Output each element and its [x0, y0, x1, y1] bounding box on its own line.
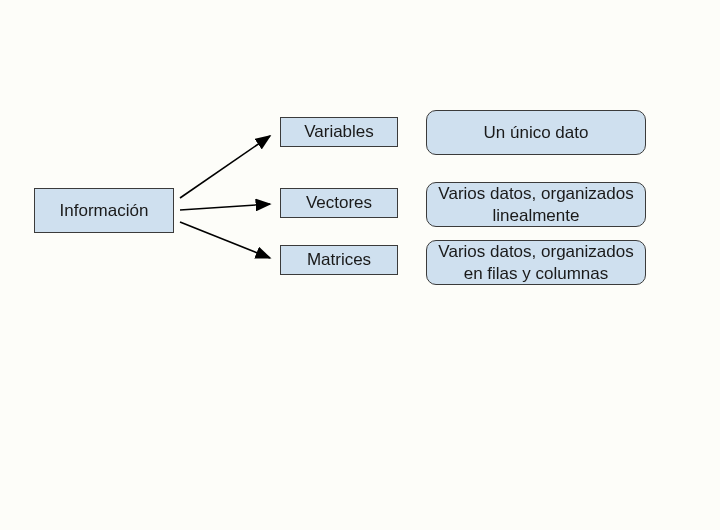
type-node-variables: Variables: [280, 117, 398, 147]
desc-text-variables: Un único dato: [484, 122, 589, 143]
root-node-informacion: Información: [34, 188, 174, 233]
desc-text-vectores: Varios datos, organizados linealmente: [433, 183, 639, 226]
arrow-to-variables: [180, 136, 270, 198]
root-label: Información: [60, 200, 149, 221]
arrow-to-matrices: [180, 222, 270, 258]
arrow-to-vectores: [180, 204, 270, 210]
type-label-vectores: Vectores: [306, 192, 372, 213]
type-label-variables: Variables: [304, 121, 374, 142]
desc-text-matrices: Varios datos, organizados en filas y col…: [433, 241, 639, 284]
desc-node-vectores: Varios datos, organizados linealmente: [426, 182, 646, 227]
type-node-vectores: Vectores: [280, 188, 398, 218]
desc-node-matrices: Varios datos, organizados en filas y col…: [426, 240, 646, 285]
desc-node-variables: Un único dato: [426, 110, 646, 155]
type-node-matrices: Matrices: [280, 245, 398, 275]
type-label-matrices: Matrices: [307, 249, 371, 270]
